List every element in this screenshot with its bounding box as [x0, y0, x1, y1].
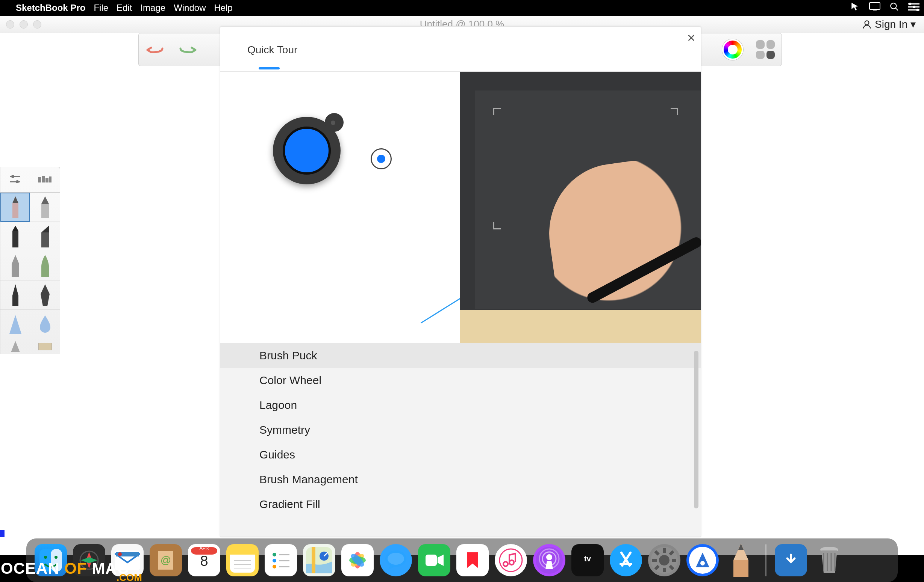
brush-ink[interactable] — [0, 281, 30, 310]
dock-separator — [766, 544, 767, 576]
brush-brushpen[interactable] — [30, 251, 60, 281]
dock-photos[interactable] — [342, 544, 374, 576]
menu-edit[interactable]: Edit — [117, 3, 132, 13]
control-center-icon[interactable] — [908, 3, 919, 13]
dock-appstore[interactable] — [610, 544, 642, 576]
svg-text:tv: tv — [584, 555, 591, 563]
macos-menubar: SketchBook Pro File Edit Image Window He… — [0, 0, 924, 16]
svg-point-10 — [16, 180, 19, 183]
brush-airbrush-tri[interactable] — [0, 339, 30, 354]
svg-rect-47 — [426, 555, 437, 566]
brush-airbrush-drop[interactable] — [30, 310, 60, 339]
svg-point-6 — [913, 6, 916, 8]
svg-rect-12 — [42, 176, 45, 182]
spotlight-search-icon[interactable] — [889, 2, 899, 14]
dock-preview[interactable] — [686, 544, 719, 576]
tour-item-guides[interactable]: Guides — [220, 442, 701, 467]
svg-point-34 — [272, 553, 276, 556]
svg-rect-17 — [38, 343, 52, 350]
svg-point-61 — [700, 561, 705, 566]
svg-point-35 — [272, 559, 276, 562]
svg-point-1 — [891, 3, 896, 9]
desktop-edge — [0, 530, 5, 537]
brush-airbrush-soft[interactable] — [0, 310, 30, 339]
dock-trash[interactable] — [813, 544, 845, 576]
watermark: OCEAN OF MAC — [1, 559, 129, 577]
brush-marker[interactable] — [0, 222, 30, 251]
redo-button[interactable] — [178, 41, 197, 58]
tour-item-symmetry[interactable]: Symmetry — [220, 418, 701, 442]
svg-point-20 — [44, 556, 47, 559]
calendar-month: APR — [188, 546, 220, 551]
dock-downloads[interactable] — [775, 544, 807, 576]
macos-dock: @ APR8 tv — [26, 538, 898, 582]
svg-rect-16 — [41, 232, 49, 247]
dock-sketchbook[interactable] — [725, 544, 757, 576]
svg-point-21 — [54, 556, 58, 559]
window-controls — [6, 20, 41, 28]
window-close-button[interactable] — [6, 20, 14, 28]
tour-item-color-wheel[interactable]: Color Wheel — [220, 368, 701, 393]
menu-help[interactable]: Help — [214, 3, 232, 13]
menu-file[interactable]: File — [94, 3, 108, 13]
screen-mirror-icon[interactable] — [869, 2, 880, 13]
dock-tv[interactable]: tv — [571, 544, 604, 576]
brush-pen[interactable] — [30, 192, 60, 222]
sign-in-label: Sign In ▾ — [875, 18, 916, 30]
svg-rect-14 — [49, 176, 51, 182]
dock-podcasts[interactable] — [533, 544, 565, 576]
svg-text:@: @ — [160, 554, 171, 566]
svg-rect-0 — [870, 3, 880, 9]
close-icon[interactable]: ✕ — [687, 32, 695, 44]
svg-rect-11 — [38, 177, 41, 182]
svg-point-9 — [11, 175, 14, 178]
dock-notes[interactable] — [226, 544, 259, 576]
dock-reminders[interactable] — [265, 544, 297, 576]
dock-messages[interactable] — [380, 544, 412, 576]
svg-point-45 — [388, 553, 404, 565]
window-minimize-button[interactable] — [20, 20, 28, 28]
tour-item-lagoon[interactable]: Lagoon — [220, 393, 701, 418]
menu-window[interactable]: Window — [174, 3, 206, 13]
active-app-name[interactable]: SketchBook Pro — [16, 3, 85, 13]
svg-rect-15 — [12, 231, 18, 247]
dock-system-preferences[interactable] — [648, 544, 680, 576]
brush-puck-icon — [273, 117, 341, 184]
dock-news[interactable] — [456, 544, 489, 576]
menu-image[interactable]: Image — [140, 3, 165, 13]
sign-in-button[interactable]: Sign In ▾ — [862, 18, 916, 30]
dock-contacts[interactable]: @ — [150, 544, 182, 576]
watermark-domain: .COM — [117, 572, 142, 582]
tour-item-brush-puck[interactable]: Brush Puck — [220, 343, 701, 368]
pointer-status-icon[interactable] — [850, 2, 860, 14]
quick-tour-dialog: ✕ Quick Tour Brush Puck Color Wheel Lago… — [220, 26, 701, 537]
svg-point-5 — [909, 3, 912, 5]
tour-video-thumbnail — [460, 72, 701, 343]
tour-item-brush-management[interactable]: Brush Management — [220, 467, 701, 492]
svg-rect-32 — [230, 548, 255, 555]
svg-point-52 — [546, 554, 552, 560]
dock-maps[interactable] — [303, 544, 335, 576]
brush-nib[interactable] — [0, 251, 30, 281]
dock-calendar[interactable]: APR8 — [188, 544, 220, 576]
brush-chisel[interactable] — [30, 222, 60, 251]
brush-library-icon[interactable] — [38, 175, 51, 185]
color-wheel-button[interactable] — [722, 39, 743, 60]
brush-pencil[interactable] — [0, 192, 30, 222]
tour-item-gradient-fill[interactable]: Gradient Fill — [220, 492, 701, 517]
user-icon — [862, 20, 872, 29]
svg-point-7 — [916, 9, 919, 11]
brush-settings-icon[interactable] — [9, 174, 21, 186]
dock-facetime[interactable] — [418, 544, 450, 576]
brush-grid — [0, 192, 60, 354]
svg-point-59 — [659, 555, 670, 566]
dock-music[interactable] — [495, 544, 527, 576]
undo-button[interactable] — [145, 41, 165, 58]
brush-fountain[interactable] — [30, 281, 60, 310]
brush-flat[interactable] — [30, 339, 60, 354]
ui-toggle-button[interactable] — [756, 40, 775, 59]
scrollbar[interactable] — [694, 351, 698, 508]
window-zoom-button[interactable] — [33, 20, 41, 28]
dock-area: OCEAN OF MAC .COM @ APR8 tv — [0, 537, 924, 582]
calendar-day: 8 — [188, 553, 220, 569]
